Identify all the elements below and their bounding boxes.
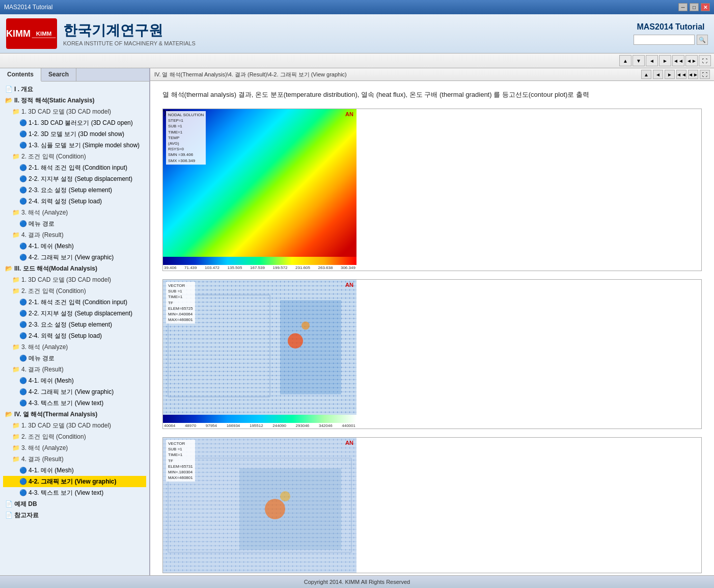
sidebar-tabs: Contents Search bbox=[0, 68, 149, 82]
tree-item-i13[interactable]: 🔵메뉴 경로 bbox=[3, 218, 146, 229]
leaf-icon: 🔵 bbox=[19, 467, 27, 474]
tree-item-i38[interactable]: 📄예제 DB bbox=[3, 498, 146, 510]
nav-next-button[interactable]: ◄► bbox=[688, 70, 698, 79]
tree-item-label: 2-2. 지지부 설정 (Setup displacement) bbox=[29, 175, 132, 182]
tree-item-label: 4-3. 텍스트 보기 (View text) bbox=[29, 489, 103, 496]
back-button[interactable]: ◄ bbox=[646, 55, 658, 66]
tree-item-i1[interactable]: 📄I . 개요 bbox=[3, 84, 146, 95]
color-scale-2 bbox=[163, 415, 356, 423]
tree-item-i5[interactable]: 🔵1-2. 3D 모델 보기 (3D model show) bbox=[3, 128, 146, 140]
tree-item-i39[interactable]: 📄참고자료 bbox=[3, 510, 146, 521]
tree-item-i29[interactable]: 🔵4-3. 텍스트 보기 (View text) bbox=[3, 397, 146, 409]
content-scroll[interactable]: 열 해석(thermal analysis) 결과, 온도 분포(tempera… bbox=[150, 81, 714, 575]
tree-item-label: 4-3. 텍스트 보기 (View text) bbox=[29, 399, 103, 407]
svg-text:KIMM: KIMM bbox=[36, 31, 52, 37]
main-area: Contents Search 📄I . 개요📂II. 정적 해석(Static… bbox=[0, 68, 714, 575]
scroll-up-button[interactable]: ▲ bbox=[619, 55, 631, 66]
tree-item-i37[interactable]: 🔵4-3. 텍스트 보기 (View text) bbox=[3, 487, 146, 498]
tree-item-i28[interactable]: 🔵4-2. 그래픽 보기 (View graphic) bbox=[3, 386, 146, 397]
close-button[interactable]: ✕ bbox=[701, 3, 710, 11]
tree-item-i32[interactable]: 📁2. 조건 입력 (Condition) bbox=[3, 431, 146, 442]
leaf-icon: 🔵 bbox=[19, 119, 27, 126]
tree-item-label: 참고자료 bbox=[14, 512, 39, 519]
next-button[interactable]: ◄► bbox=[685, 55, 698, 66]
content-intro-text: 열 해석(thermal analysis) 결과, 온도 분포(tempera… bbox=[162, 89, 702, 100]
tree-item-label: 2-4. 외력 설정 (Setup load) bbox=[29, 198, 102, 205]
forward-button[interactable]: ► bbox=[659, 55, 671, 66]
tab-search[interactable]: Search bbox=[41, 68, 76, 81]
tree-item-i34[interactable]: 📁4. 결과 (Result) bbox=[3, 453, 146, 465]
search-input[interactable] bbox=[634, 35, 695, 45]
tree-item-i18[interactable]: 📁1. 3D CAD 모델 (3D CAD model) bbox=[3, 274, 146, 285]
leaf-icon: 🔵 bbox=[19, 377, 27, 384]
footer-text: Copyright 2014. KIMM All Rights Reserved bbox=[304, 579, 410, 585]
tree-item-i36[interactable]: 🔵4-2. 그래픽 보기 (View graphic) bbox=[3, 476, 146, 487]
folder-icon: 📁 bbox=[12, 456, 20, 463]
tree-item-i20[interactable]: 🔵2-1. 해석 조건 입력 (Condition input) bbox=[3, 297, 146, 308]
minimize-button[interactable]: ─ bbox=[678, 3, 688, 11]
footer: Copyright 2014. KIMM All Rights Reserved bbox=[0, 575, 714, 588]
tree-item-i15[interactable]: 🔵4-1. 메쉬 (Mesh) bbox=[3, 240, 146, 252]
tree-item-i30[interactable]: 📂IV. 열 해석(Thermal Analysis) bbox=[3, 409, 146, 420]
svg-rect-13 bbox=[239, 468, 341, 550]
tree-item-i31[interactable]: 📁1. 3D CAD 모델 (3D CAD model) bbox=[3, 420, 146, 431]
tree-item-i2[interactable]: 📂II. 정적 해석(Static Analysis) bbox=[3, 95, 146, 106]
image-3-container: VECTORSUB =1TIME=1TFELEM=65731MIN=.18030… bbox=[162, 437, 702, 573]
breadcrumb: IV. 열 해석(Thermal Analysis)\4. 결과 (Result… bbox=[154, 71, 347, 78]
nav-prev-button[interactable]: ◄◄ bbox=[676, 70, 686, 79]
prev-button[interactable]: ◄◄ bbox=[672, 55, 684, 66]
kimm-logo: KIMM bbox=[6, 18, 57, 49]
tree-item-i16[interactable]: 🔵4-2. 그래픽 보기 (View graphic) bbox=[3, 252, 146, 263]
tree-item-i11[interactable]: 🔵2-4. 외력 설정 (Setup load) bbox=[3, 196, 146, 207]
tree-item-i12[interactable]: 📁3. 해석 (Analyze) bbox=[3, 207, 146, 218]
tree-item-i4[interactable]: 🔵1-1. 3D CAD 불러오기 (3D CAD open) bbox=[3, 117, 146, 128]
tree-item-i26[interactable]: 📁4. 결과 (Result) bbox=[3, 364, 146, 375]
tree-item-i27[interactable]: 🔵4-1. 메쉬 (Mesh) bbox=[3, 375, 146, 386]
nav-fullscreen-button[interactable]: ⛶ bbox=[700, 70, 710, 79]
nav-up-button[interactable]: ▲ bbox=[641, 70, 651, 79]
leaf-icon: 🔵 bbox=[19, 243, 27, 250]
tree-item-i24[interactable]: 📁3. 해석 (Analyze) bbox=[3, 341, 146, 353]
fullscreen-button[interactable]: ⛶ bbox=[699, 55, 711, 66]
tree-item-label: 4. 결과 (Result) bbox=[21, 456, 64, 463]
toolbar: ▲ ▼ ◄ ► ◄◄ ◄► ⛶ bbox=[0, 54, 714, 68]
tree-item-label: 1. 3D CAD 모델 (3D CAD model) bbox=[21, 422, 111, 429]
leaf-icon: 🔵 bbox=[19, 198, 27, 205]
tab-contents[interactable]: Contents bbox=[0, 68, 41, 82]
org-name: 한국기계연구원 KOREA INSTITUTE OF MACHINERY & M… bbox=[63, 21, 196, 46]
breadcrumb-nav: ▲ ◄ ► ◄◄ ◄► ⛶ bbox=[641, 70, 710, 79]
tree-item-i3[interactable]: 📁1. 3D CAD 모델 (3D CAD model) bbox=[3, 106, 146, 117]
tree-item-i22[interactable]: 🔵2-3. 요소 설정 (Setup element) bbox=[3, 319, 146, 330]
tree-item-label: 4-1. 메쉬 (Mesh) bbox=[29, 377, 74, 384]
folder-icon: 📁 bbox=[12, 276, 20, 283]
tree-item-i8[interactable]: 🔵2-1. 해석 조건 입력 (Condition input) bbox=[3, 162, 146, 173]
tree-item-i7[interactable]: 📁2. 조건 입력 (Condition) bbox=[3, 151, 146, 162]
folder-icon: 📄 bbox=[5, 512, 13, 519]
tree-item-i17[interactable]: 📂III. 모드 해석(Modal Analysis) bbox=[3, 263, 146, 274]
tree-item-i10[interactable]: 🔵2-3. 요소 설정 (Setup element) bbox=[3, 184, 146, 196]
leaf-icon: 🔵 bbox=[19, 142, 27, 149]
image-1-label: NODAL SOLUTIONSTEP=1SUB =1TIME=1TEMP(AVG… bbox=[166, 111, 206, 165]
tree-item-i19[interactable]: 📁2. 조건 입력 (Condition) bbox=[3, 285, 146, 297]
image-3-label: VECTORSUB =1TIME=1TFELEM=65731MIN=.18030… bbox=[166, 440, 195, 482]
tree-item-i21[interactable]: 🔵2-2. 지지부 설정 (Setup displacement) bbox=[3, 308, 146, 319]
image-2-container: VECTORSUB =1TIME=1TFELEM=65725MIN=.04006… bbox=[162, 279, 702, 429]
tree-item-i14[interactable]: 📁4. 결과 (Result) bbox=[3, 229, 146, 240]
scroll-down-button[interactable]: ▼ bbox=[633, 55, 645, 66]
tree-item-label: 1-1. 3D CAD 불러오기 (3D CAD open) bbox=[29, 119, 133, 126]
image-2-label: VECTORSUB =1TIME=1TFELEM=65725MIN=.04006… bbox=[166, 282, 195, 324]
maximize-button[interactable]: □ bbox=[690, 3, 699, 11]
search-button[interactable]: 🔍 bbox=[697, 35, 708, 45]
tree-item-i25[interactable]: 🔵메뉴 경로 bbox=[3, 353, 146, 364]
scale-labels-1: 39.40671.439103.472135.505167.539199.572… bbox=[163, 265, 356, 271]
tree-item-label: 2. 조건 입력 (Condition) bbox=[21, 287, 86, 295]
tree-item-i35[interactable]: 🔵4-1. 메쉬 (Mesh) bbox=[3, 465, 146, 476]
tree-item-label: 2-4. 외력 설정 (Setup load) bbox=[29, 332, 102, 339]
tree-item-i33[interactable]: 📁3. 해석 (Analyze) bbox=[3, 442, 146, 453]
nav-forward-button[interactable]: ► bbox=[665, 70, 675, 79]
tree-item-i23[interactable]: 🔵2-4. 외력 설정 (Setup load) bbox=[3, 330, 146, 341]
tree-item-i6[interactable]: 🔵1-3. 심플 모델 보기 (Simple model show) bbox=[3, 140, 146, 151]
tree-item-label: 예제 DB bbox=[14, 500, 37, 507]
nav-back-button[interactable]: ◄ bbox=[653, 70, 663, 79]
tree-item-i9[interactable]: 🔵2-2. 지지부 설정 (Setup displacement) bbox=[3, 173, 146, 184]
